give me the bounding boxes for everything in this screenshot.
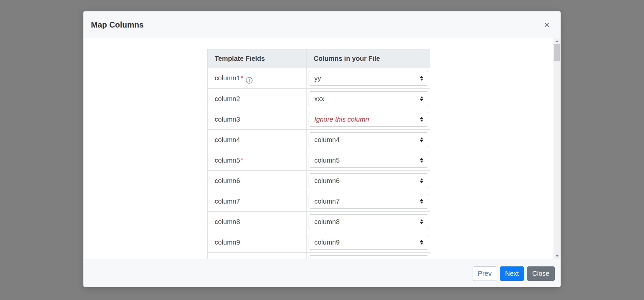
template-field-label: column7: [215, 198, 240, 205]
template-field-cell: column7: [208, 191, 307, 212]
file-column-cell: xxx: [307, 89, 430, 109]
modal-body-scrollbar[interactable]: [553, 38, 560, 259]
select-arrows-icon: [420, 117, 423, 122]
select-arrows-icon: [420, 158, 423, 163]
map-columns-modal: Map Columns × Template Fields Columns in…: [83, 11, 561, 287]
close-button[interactable]: Close: [527, 266, 555, 281]
scrollbar-thumb[interactable]: [554, 44, 560, 61]
table-row: [208, 253, 430, 259]
table-row: column1*i yy: [208, 68, 430, 89]
prev-button[interactable]: Prev: [473, 266, 497, 281]
select-value: column8: [314, 218, 340, 226]
file-column-select[interactable]: column7: [309, 194, 428, 209]
template-field-label: column9: [215, 239, 240, 246]
scrollbar-up-arrow[interactable]: [553, 38, 560, 44]
table-row: column6 column6: [208, 171, 430, 191]
template-field-label: column8: [215, 218, 240, 225]
file-column-cell: column6: [307, 171, 430, 191]
template-field-cell: column3: [208, 109, 307, 130]
file-column-select[interactable]: column6: [309, 173, 428, 188]
select-arrows-icon: [420, 178, 423, 183]
template-field-label: column4: [215, 136, 240, 143]
template-field-cell: column1*i: [208, 68, 307, 89]
file-column-cell: yy: [307, 68, 430, 89]
scrollbar-down-arrow[interactable]: [553, 253, 560, 259]
file-column-select[interactable]: column4: [309, 132, 428, 147]
file-column-cell: column5: [307, 150, 430, 171]
file-column-select[interactable]: yy: [309, 71, 428, 86]
file-column-cell: [307, 253, 430, 259]
select-value: column9: [314, 239, 340, 246]
header-file-columns: Columns in your File: [307, 49, 430, 68]
file-column-select[interactable]: [309, 255, 428, 259]
select-arrows-icon: [420, 219, 423, 224]
select-arrows-icon: [420, 199, 423, 204]
file-column-cell: column9: [307, 232, 430, 253]
file-column-cell: column4: [307, 130, 430, 150]
table-row: column3 Ignore this column: [208, 109, 430, 130]
modal-header: Map Columns ×: [84, 11, 560, 38]
column-mapping-table: Template Fields Columns in your File col…: [207, 49, 430, 259]
file-column-select[interactable]: column5: [309, 153, 428, 168]
select-value: yy: [314, 75, 321, 82]
template-field-label: column5: [215, 157, 240, 164]
template-field-cell: column2: [208, 89, 307, 109]
required-marker: *: [241, 74, 244, 82]
modal-body: Template Fields Columns in your File col…: [84, 38, 560, 259]
template-field-label: column2: [215, 95, 240, 102]
table-row: column7 column7: [208, 191, 430, 212]
table-header-row: Template Fields Columns in your File: [208, 49, 430, 68]
select-value: xxx: [314, 95, 324, 103]
select-arrows-icon: [420, 76, 423, 81]
template-field-cell: [208, 253, 307, 259]
template-field-cell: column5*: [208, 150, 307, 171]
modal-title: Map Columns: [91, 20, 144, 30]
file-column-cell: column7: [307, 191, 430, 212]
template-field-label: column6: [215, 177, 240, 184]
template-field-cell: column6: [208, 171, 307, 191]
file-column-select[interactable]: Ignore this column: [309, 112, 428, 127]
select-arrows-icon: [420, 137, 423, 142]
select-value: Ignore this column: [314, 116, 369, 123]
file-column-select[interactable]: column9: [309, 235, 428, 250]
required-marker: *: [241, 157, 244, 164]
table-row: column2 xxx: [208, 89, 430, 109]
template-field-label: column3: [215, 116, 240, 123]
template-field-cell: column9: [208, 232, 307, 253]
template-field-cell: column8: [208, 212, 307, 232]
table-row: column4 column4: [208, 130, 430, 150]
triangle-down-icon: [555, 255, 559, 257]
template-field-cell: column4: [208, 130, 307, 150]
file-column-cell: Ignore this column: [307, 109, 430, 130]
triangle-up-icon: [555, 40, 559, 42]
select-value: column5: [314, 157, 340, 164]
next-button[interactable]: Next: [500, 266, 524, 281]
select-value: column6: [314, 177, 340, 185]
info-icon[interactable]: i: [246, 77, 253, 84]
modal-close-button[interactable]: ×: [542, 20, 551, 30]
modal-footer: Prev Next Close: [84, 259, 560, 287]
select-arrows-icon: [420, 96, 423, 101]
info-icon-glyph: i: [249, 78, 250, 82]
table-row: column5* column5: [208, 150, 430, 171]
file-column-select[interactable]: column8: [309, 214, 428, 229]
file-column-select[interactable]: xxx: [309, 91, 428, 106]
table-row: column8 column8: [208, 212, 430, 232]
select-value: column4: [314, 136, 340, 144]
select-arrows-icon: [420, 240, 423, 245]
template-field-label: column1: [215, 74, 240, 82]
table-row: column9 column9: [208, 232, 430, 253]
close-icon: ×: [544, 19, 550, 30]
header-template-fields: Template Fields: [208, 49, 307, 68]
select-value: column7: [314, 198, 340, 205]
file-column-cell: column8: [307, 212, 430, 232]
